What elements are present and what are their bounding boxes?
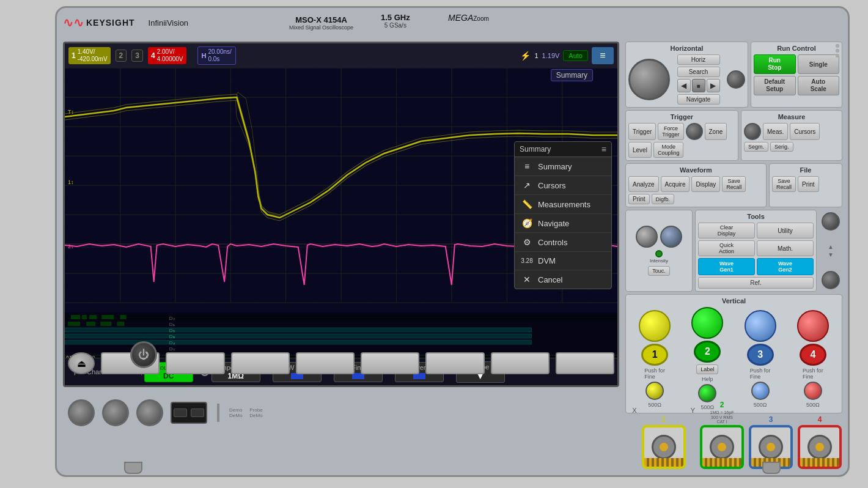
single-button[interactable]: Single	[798, 54, 840, 74]
mode-coupling-button[interactable]: ModeCoupling	[653, 142, 684, 158]
ch2-position-knob[interactable]	[698, 384, 716, 402]
eject-button[interactable]: ⏏	[68, 352, 95, 374]
soft-key-4[interactable]	[296, 352, 355, 374]
measure-knob[interactable]	[744, 123, 761, 140]
touch-button[interactable]: Touc.	[648, 266, 670, 276]
vertical-section: Vertical 1 Push forFine 500Ω 2 Label Hel…	[625, 294, 842, 413]
menu-item-controls[interactable]: ⚙ Controls	[515, 233, 611, 252]
print-button[interactable]: Print	[628, 194, 650, 204]
display-knob-1[interactable]	[636, 226, 658, 248]
digfb-button[interactable]: Digfb.	[652, 194, 675, 204]
utility-button[interactable]: Utility	[757, 223, 814, 238]
search-button[interactable]: Search	[677, 67, 720, 77]
horizontal-position-knob[interactable]	[628, 59, 670, 100]
horizontal-scale-knob[interactable]	[727, 70, 745, 89]
ch1-bnc-center	[660, 443, 668, 451]
horiz-buttons: Horiz Search ◀ ■ ▶ Navigate	[677, 54, 720, 105]
ch2-scale-knob[interactable]	[691, 307, 723, 339]
menu-item-summary[interactable]: ≡ Summary	[515, 157, 611, 176]
channel-1-badge[interactable]: 1 1.40V/ -420.00mV	[68, 47, 111, 64]
auto-scale-button[interactable]: AutoScale	[798, 76, 840, 95]
edge-knob-1[interactable]	[822, 212, 840, 231]
soft-key-3[interactable]	[231, 352, 290, 374]
soft-key-2[interactable]	[166, 352, 224, 374]
ch2-label-button[interactable]: 2	[694, 341, 721, 363]
display-button[interactable]: Display	[691, 176, 720, 192]
edge-up-arrow[interactable]: ▲	[828, 243, 834, 250]
screen-menu-button[interactable]: ≡	[592, 47, 614, 64]
meas-button[interactable]: Meas.	[763, 123, 788, 140]
menu-item-dvm[interactable]: 3.28 DVM	[515, 252, 611, 270]
ch2-label-btn[interactable]: Label	[696, 364, 718, 374]
clear-display-button[interactable]: ClearDisplay	[698, 223, 755, 238]
soft-key-6[interactable]	[425, 352, 484, 374]
menu-item-cursors[interactable]: ↗ Cursors	[515, 176, 611, 195]
edge-knob-2[interactable]	[822, 271, 840, 289]
ch4-label-button[interactable]: 4	[800, 344, 826, 366]
ch1-scale-knob[interactable]	[639, 310, 671, 342]
cursors-button[interactable]: Cursors	[790, 123, 820, 140]
horizontal-badge[interactable]: H 20.00ns/ 0.0s	[197, 46, 236, 65]
save-recall-button[interactable]: SaveRecall	[722, 176, 746, 192]
ch3-label-button[interactable]: 3	[747, 344, 774, 366]
menu-item-cancel[interactable]: ✕ Cancel	[515, 270, 611, 289]
edge-down-arrow[interactable]: ▼	[828, 251, 834, 258]
ch1-label-button[interactable]: 1	[641, 344, 668, 366]
display-knob-2[interactable]	[660, 226, 682, 248]
spec-gsas: 5 GSa/s	[381, 22, 410, 29]
acquire-button[interactable]: Acquire	[661, 176, 690, 192]
svg-rect-31	[100, 322, 111, 326]
ch2-bnc-group: 2 1MΩ = 16pF300 V RMSCAT I	[700, 401, 744, 469]
right-edge-knob-area: ▲ ▼	[819, 210, 842, 292]
channel-3-badge[interactable]: 3	[131, 50, 143, 62]
file-print-button[interactable]: Print	[798, 176, 819, 192]
right-foot	[762, 462, 781, 474]
trigger-level-knob[interactable]	[686, 123, 703, 140]
oscilloscope-body: ∿∿ KEYSIGHT InfiniiVision MSO-X 4154A Mi…	[55, 6, 850, 477]
navigate-button[interactable]: Navigate	[677, 94, 720, 105]
ch3-vertical: 3 Push forFine 500Ω	[745, 310, 776, 408]
math-button[interactable]: Math.	[757, 240, 814, 256]
ch3-position-knob[interactable]	[751, 382, 770, 400]
ch4-scale-knob[interactable]	[797, 310, 829, 342]
ch1-position-knob[interactable]	[645, 382, 664, 400]
power-button[interactable]: ⏻	[130, 341, 157, 368]
svg-text:D₀: D₀	[169, 316, 175, 321]
run-stop-button[interactable]: RunStop	[754, 54, 796, 74]
display-knob-section: Intensity Touc.	[625, 210, 693, 292]
ch3-scale-knob[interactable]	[745, 310, 776, 342]
intensity-led	[655, 250, 663, 257]
quick-action-button[interactable]: QuickAction	[698, 240, 755, 256]
default-setup-button[interactable]: DefaultSetup	[754, 76, 796, 95]
menu-title: Summary	[520, 145, 551, 153]
zone-button[interactable]: Zone	[705, 123, 727, 140]
left-foot	[124, 462, 142, 474]
analyze-button[interactable]: Analyze	[628, 176, 659, 192]
trigger-button[interactable]: Trigger	[628, 123, 656, 140]
nav-stop-button[interactable]: ■	[692, 79, 705, 92]
soft-key-7[interactable]	[491, 352, 550, 374]
segm-button[interactable]: Segm.	[744, 142, 768, 152]
trigger-num: 1	[534, 52, 538, 59]
force-trigger-button[interactable]: ForceTrigger	[658, 123, 683, 140]
serig-button[interactable]: Serig.	[770, 142, 793, 152]
horiz-button[interactable]: Horiz	[677, 54, 720, 65]
ref-button[interactable]: Ref.	[698, 277, 814, 289]
horiz-controls: Horiz Search ◀ ■ ▶ Navigate	[628, 54, 745, 105]
level-button[interactable]: Level	[628, 142, 652, 158]
ch1-volts: 1.40V/	[78, 48, 108, 56]
wave-gen2-button[interactable]: WaveGen2	[757, 258, 814, 275]
ch4-position-knob[interactable]	[804, 382, 822, 400]
wave-gen1-button[interactable]: WaveGen1	[698, 258, 755, 275]
channel-4-badge[interactable]: 4 2.00V/ 4.00000V	[148, 47, 186, 64]
nav-right-button[interactable]: ▶	[707, 79, 720, 92]
soft-key-8[interactable]	[556, 352, 614, 374]
file-save-button[interactable]: SaveRecall	[772, 176, 796, 192]
soft-key-5[interactable]	[361, 352, 419, 374]
nav-left-button[interactable]: ◀	[677, 79, 691, 92]
channel-2-badge[interactable]: 2	[116, 50, 127, 62]
ch2-spec-label: 1MΩ = 16pF300 V RMSCAT I	[700, 410, 744, 424]
menu-item-measurements[interactable]: 📏 Measurements	[515, 195, 611, 214]
waveform-section: Waveform Analyze Acquire Display SaveRec…	[625, 163, 767, 207]
menu-item-navigate[interactable]: 🧭 Navigate	[515, 214, 611, 233]
